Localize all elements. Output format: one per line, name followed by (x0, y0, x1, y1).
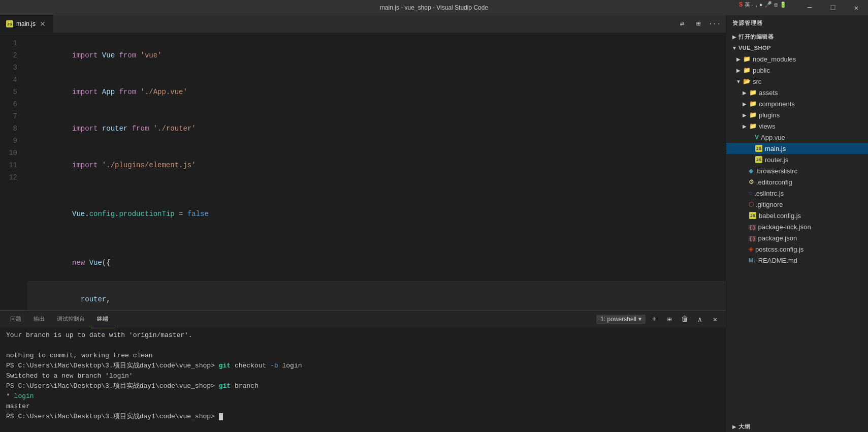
chevron-right-icon-comp: ▶ (741, 101, 749, 107)
code-content[interactable]: import Vue from 'vue' import App from '.… (25, 33, 726, 310)
views-label: views (759, 122, 776, 130)
terminal-line-8: master (6, 402, 720, 412)
close-button[interactable]: ✕ (845, 0, 868, 15)
tab-main-js[interactable]: JS main.js ✕ (0, 15, 53, 33)
sidebar-item-node-modules[interactable]: ▶ 📁 node_modules (726, 53, 868, 65)
folder-icon-nm: 📁 (743, 55, 751, 63)
sidebar-header: 资源管理器 (726, 15, 868, 31)
main-layout: JS main.js ✕ ⇄ ⊞ ··· 1 2 3 4 5 6 7 8 9 (0, 15, 868, 432)
system-tray: S 英·，● 🎤 ⊞ 🔋 (739, 1, 787, 9)
sidebar-item-babel-config[interactable]: JS babel.config.js (726, 210, 868, 221)
chevron-down-icon: ▼ (730, 45, 738, 51)
sidebar-item-browserslistrc[interactable]: ◆ .browserslistrc (726, 165, 868, 176)
sidebar-item-plugins[interactable]: ▶ 📁 plugins (726, 109, 868, 120)
eslintrc-label: .eslintrc.js (754, 190, 784, 197)
code-editor[interactable]: 1 2 3 4 5 6 7 8 9 10 11 12 import Vue fr… (0, 33, 726, 310)
folder-icon-src: 📂 (743, 77, 751, 85)
split-terminal-button[interactable]: ⊞ (663, 313, 676, 326)
browserslistrc-icon: ◆ (749, 167, 753, 174)
sidebar-item-app-vue[interactable]: V App.vue (726, 132, 868, 143)
chevron-right-icon-views: ▶ (741, 124, 749, 129)
code-line-9: router, (27, 281, 726, 310)
sidebar-item-views[interactable]: ▶ 📁 views (726, 120, 868, 132)
sidebar-item-router-js[interactable]: JS router.js (726, 154, 868, 165)
sidebar-item-src[interactable]: ▼ 📂 src (726, 76, 868, 87)
vue-shop-label: VUE_SHOP (738, 45, 771, 51)
sougou-icon: S (739, 2, 743, 9)
package-lock-label: package-lock.json (758, 223, 811, 231)
sidebar-item-postcss-config[interactable]: ◈ postcss.config.js (726, 243, 868, 255)
readme-label: README.md (758, 257, 797, 264)
terminal-line-4: PS C:\Users\iMac\Desktop\3.项目实战day1\code… (6, 361, 720, 371)
outline-label: 大纲 (738, 423, 750, 430)
open-editors-label: 打开的编辑器 (738, 33, 774, 41)
tab-bar: JS main.js ✕ ⇄ ⊞ ··· (0, 15, 726, 33)
json-icon-lock: { } (749, 223, 756, 231)
sidebar-title: 资源管理器 (732, 19, 763, 27)
sidebar-item-open-editors[interactable]: ▶ 打开的编辑器 (726, 31, 868, 42)
kill-terminal-button[interactable]: 🗑 (678, 313, 691, 326)
code-line-4: import './plugins/element.js' (27, 147, 726, 183)
more-actions-button[interactable]: ··· (708, 17, 722, 31)
js-icon-babel: JS (749, 211, 757, 220)
panel-tabs: 问题 输出 调试控制台 终端 1: powershell ▼ + (0, 311, 726, 328)
chevron-right-icon-pub: ▶ (734, 68, 743, 73)
sidebar-item-main-js[interactable]: JS main.js (726, 143, 868, 154)
tab-debug-console[interactable]: 调试控制台 (51, 311, 91, 328)
minimize-button[interactable]: ─ (798, 0, 821, 15)
terminal-line-5: Switched to a new branch 'login' (6, 371, 720, 381)
code-line-1: import Vue from 'vue' (27, 37, 726, 74)
eslintrc-icon: ○ (749, 190, 752, 197)
sidebar-item-package-lock[interactable]: { } package-lock.json (726, 221, 868, 232)
terminal-line-1: Your branch is up to date with 'origin/m… (6, 330, 720, 341)
sidebar-item-public[interactable]: ▶ 📁 public (726, 65, 868, 76)
tab-problems[interactable]: 问题 (4, 311, 27, 328)
title-bar: main.js - vue_shop - Visual Studio Code … (0, 0, 868, 15)
public-label: public (753, 67, 770, 74)
postcss-icon: ◈ (749, 245, 753, 253)
folder-icon-views: 📁 (749, 122, 757, 130)
close-panel-button[interactable]: ✕ (709, 313, 722, 326)
new-terminal-button[interactable]: + (648, 313, 661, 326)
terminal-line-3: nothing to commit, working tree clean (6, 351, 720, 361)
code-line-8: new Vue({ (27, 244, 726, 281)
plugins-label: plugins (759, 111, 780, 119)
js-icon-router: JS (755, 156, 763, 164)
sidebar-bottom: ▶ 大纲 (726, 421, 868, 432)
maximize-button[interactable]: □ (821, 0, 845, 15)
sync-button[interactable]: ⇄ (675, 17, 689, 31)
window-controls: ─ □ ✕ (798, 0, 868, 15)
sidebar-item-components[interactable]: ▶ 📁 components (726, 98, 868, 109)
tab-terminal[interactable]: 终端 (91, 311, 114, 328)
sidebar-item-package-json[interactable]: { } package.json (726, 232, 868, 243)
terminal-selector[interactable]: 1: powershell ▼ (596, 315, 646, 324)
terminal-line-2 (6, 341, 720, 351)
package-json-label: package.json (758, 234, 797, 242)
code-line-3: import router from './router' (27, 110, 726, 147)
sidebar-item-readme[interactable]: M↓ README.md (726, 255, 868, 266)
router-js-label: router.js (765, 156, 788, 164)
code-line-5 (27, 183, 726, 196)
node-modules-label: node_modules (753, 55, 796, 63)
sidebar-item-assets[interactable]: ▶ 📁 assets (726, 87, 868, 98)
js-icon-main: JS (755, 144, 763, 152)
sidebar-item-vue-shop[interactable]: ▼ VUE_SHOP (726, 42, 868, 53)
chevron-right-icon: ▶ (730, 34, 738, 40)
src-label: src (753, 78, 761, 85)
window-title: main.js - vue_shop - Visual Studio Code (380, 4, 488, 11)
tab-output[interactable]: 输出 (27, 311, 51, 328)
code-line-2: import App from './App.vue' (27, 74, 726, 110)
tab-label: main.js (16, 20, 36, 27)
chevron-right-icon-plug: ▶ (741, 112, 749, 118)
gitignore-label: .gitignore (756, 201, 783, 208)
sidebar-item-outline[interactable]: ▶ 大纲 (726, 421, 868, 432)
assets-label: assets (759, 89, 778, 97)
folder-icon-comp: 📁 (749, 100, 757, 108)
sidebar-item-eslintrc[interactable]: ○ .eslintrc.js (726, 188, 868, 199)
sidebar-item-editorconfig[interactable]: ⚙ .editorconfig (726, 176, 868, 188)
tab-close-button[interactable]: ✕ (39, 20, 47, 28)
maximize-panel-button[interactable]: ∧ (693, 313, 706, 326)
terminal-content[interactable]: Your branch is up to date with 'origin/m… (0, 328, 726, 432)
sidebar-item-gitignore[interactable]: ⬡ .gitignore (726, 199, 868, 210)
split-editor-button[interactable]: ⊞ (691, 17, 705, 31)
